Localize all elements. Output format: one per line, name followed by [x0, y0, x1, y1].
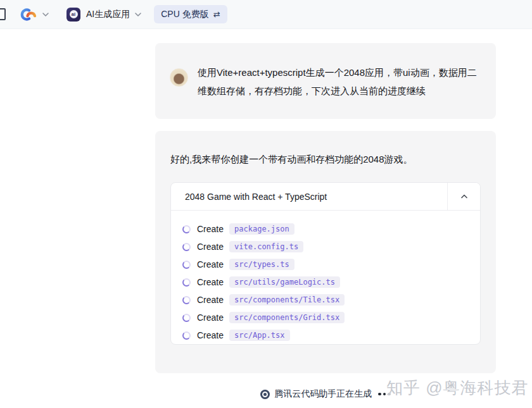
user-message-text: 使用Vite+react+typescript生成一个2048应用，带ui动画，… — [198, 63, 483, 100]
step-file-chip[interactable]: vite.config.ts — [229, 241, 303, 252]
loading-spinner-icon — [182, 243, 191, 251]
step-action-label: Create — [197, 242, 224, 252]
step-row: Create src/components/Tile.tsx — [182, 291, 480, 309]
step-file-chip[interactable]: src/types.ts — [229, 259, 294, 270]
loading-spinner-icon — [182, 314, 191, 322]
sidebar-toggle-icon[interactable] — [0, 8, 6, 20]
app-window: ai AI生成应用 CPU 免费版 ⇄ 使用Vite+react+typescr… — [0, 0, 532, 408]
user-message-line-1: 使用Vite+react+typescript生成一个2048应用，带ui动画，… — [198, 63, 483, 82]
user-message-line-2: 维数组存储，有存档功能，下次进入从当前的进度继续 — [198, 82, 483, 100]
generating-status-text: 腾讯云代码助手正在生成 — [274, 388, 372, 400]
generation-panel-title: 2048 Game with React + TypeScript — [171, 183, 447, 210]
loading-spinner-icon — [182, 331, 191, 340]
step-row: Create vite.config.ts — [182, 238, 480, 256]
chevron-up-icon — [460, 194, 468, 199]
assistant-message-card: 好的,我来帮你创建一个带有动画和存档功能的2048游戏。 2048 Game w… — [155, 131, 496, 373]
user-message-card: 使用Vite+react+typescript生成一个2048应用，带ui动画，… — [155, 43, 496, 119]
app-selector-label[interactable]: AI生成应用 — [86, 9, 130, 20]
generation-panel: 2048 Game with React + TypeScript Create… — [170, 182, 481, 345]
loading-spinner-icon — [182, 261, 191, 269]
loading-spinner-icon — [182, 225, 191, 233]
generation-panel-header: 2048 Game with React + TypeScript — [171, 183, 480, 211]
step-file-chip[interactable]: src/utils/gameLogic.ts — [229, 276, 340, 288]
step-row: Create package.json — [182, 220, 480, 238]
ai-badge-glyph: ai — [70, 10, 78, 18]
step-action-label: Create — [197, 277, 224, 287]
step-row: Create src/components/Grid.tsx — [182, 309, 480, 326]
step-action-label: Create — [197, 295, 224, 305]
topbar: ai AI生成应用 CPU 免费版 ⇄ — [0, 0, 532, 29]
workspace-chevron-down-icon[interactable] — [42, 12, 49, 17]
loading-spinner-icon — [182, 278, 191, 287]
loading-spinner-icon — [182, 296, 191, 304]
step-row: Create src/types.ts — [182, 256, 480, 273]
step-action-label: Create — [197, 224, 224, 234]
swap-icon: ⇄ — [213, 9, 220, 19]
step-action-label: Create — [197, 312, 224, 323]
file-step-list: Create package.json Create vite.config.t… — [171, 211, 480, 344]
panel-collapse-button[interactable] — [447, 183, 480, 210]
codebuddy-logo-icon[interactable] — [17, 8, 36, 22]
ai-app-badge-icon: ai — [66, 8, 80, 22]
zhihu-watermark: 知乎 @粤海科技君 — [386, 377, 529, 399]
app-selector-chevron-down-icon[interactable] — [134, 12, 142, 17]
assistant-intro-text: 好的,我来帮你创建一个带有动画和存档功能的2048游戏。 — [170, 154, 413, 166]
step-row: Create src/App.tsx — [182, 326, 480, 344]
user-avatar — [170, 68, 188, 87]
assistant-status-icon — [260, 390, 270, 399]
plan-switch-button[interactable]: CPU 免费版 ⇄ — [154, 5, 227, 23]
step-file-chip[interactable]: src/App.tsx — [229, 330, 289, 341]
step-file-chip[interactable]: package.json — [229, 223, 294, 235]
step-file-chip[interactable]: src/components/Tile.tsx — [229, 294, 345, 306]
step-row: Create src/utils/gameLogic.ts — [182, 273, 480, 291]
plan-label: CPU 免费版 — [161, 9, 208, 20]
step-action-label: Create — [197, 259, 224, 269]
step-file-chip[interactable]: src/components/Grid.tsx — [229, 312, 345, 323]
step-action-label: Create — [197, 330, 224, 340]
